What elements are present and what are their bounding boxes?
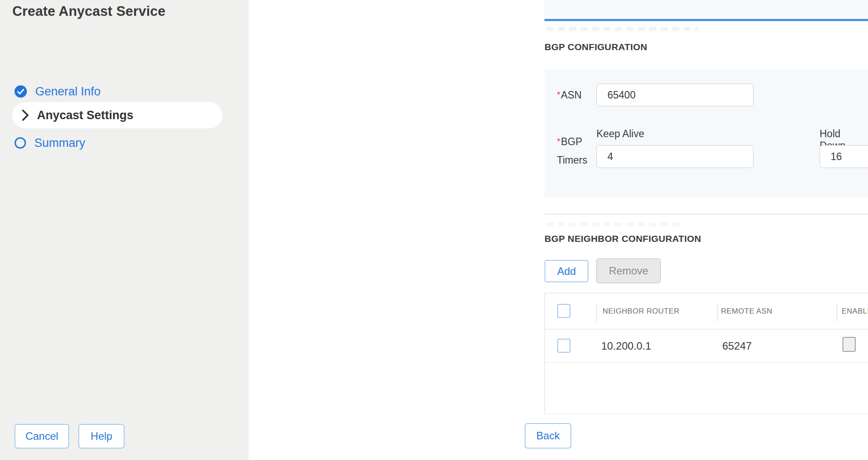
bgp-timers-label: *BGPTimers: [557, 132, 595, 169]
neighbor-router-cell: 10.200.0.1: [601, 329, 651, 363]
step-pending-circle-icon: [15, 137, 26, 149]
hold-down-input[interactable]: [820, 145, 868, 168]
page-title: Create Anycast Service: [12, 4, 166, 19]
anycast-settings-panel: BGP CONFIGURATION *ASN *BGPTimers Keep A…: [249, 0, 868, 460]
column-separator: [837, 304, 837, 321]
step-anycast-settings[interactable]: Anycast Settings: [12, 102, 222, 128]
row-select-checkbox[interactable]: [557, 339, 570, 353]
keep-alive-input[interactable]: [596, 145, 754, 168]
asn-input[interactable]: [596, 84, 754, 106]
column-separator: [717, 304, 717, 321]
column-header-enable-multihop: ENABLE MULTIHOP: [842, 293, 868, 329]
remove-neighbor-button[interactable]: Remove: [596, 259, 661, 283]
help-button[interactable]: Help: [78, 424, 125, 449]
step-complete-check-icon: [15, 85, 27, 98]
step-general-info[interactable]: General Info: [15, 83, 101, 100]
column-header-neighbor-router: NEIGHBOR ROUTER: [603, 293, 680, 329]
back-button[interactable]: Back: [525, 423, 571, 449]
step-label: Summary: [34, 136, 85, 150]
asn-label: *ASN: [557, 89, 581, 101]
chevron-right-icon: [20, 110, 31, 120]
ghost-text-artifact: [546, 223, 683, 226]
column-separator: [596, 304, 597, 321]
bgp-neighbor-table: NEIGHBOR ROUTER REMOTE ASN ENABLE MULTIH…: [544, 293, 868, 414]
add-neighbor-button[interactable]: Add: [544, 260, 588, 282]
scrolled-section-strip: [544, 0, 868, 19]
table-header-row: NEIGHBOR ROUTER REMOTE ASN ENABLE MULTIH…: [545, 293, 868, 329]
required-asterisk: *: [557, 136, 560, 146]
table-row: 10.200.0.1 65247: [545, 329, 868, 363]
remote-asn-cell: 65247: [722, 329, 752, 363]
section-top-blue-bar: [544, 19, 868, 21]
enable-multihop-checkbox[interactable]: [842, 337, 856, 352]
create-anycast-service-dialog: Create Anycast Service General Info Anyc…: [0, 0, 868, 460]
keep-alive-label: Keep Alive: [596, 128, 644, 140]
bgp-neighbor-configuration-heading: BGP NEIGHBOR CONFIGURATION: [544, 234, 701, 244]
wizard-sidebar: Create Anycast Service General Info Anyc…: [0, 0, 249, 460]
bgp-configuration-heading: BGP CONFIGURATION: [544, 42, 647, 52]
column-header-remote-asn: REMOTE ASN: [721, 293, 772, 329]
section-divider: [544, 214, 868, 215]
step-label: General Info: [35, 85, 101, 99]
required-asterisk: *: [557, 89, 560, 99]
select-all-checkbox[interactable]: [557, 304, 570, 318]
step-summary[interactable]: Summary: [15, 134, 85, 152]
ghost-text-artifact: [546, 27, 698, 31]
cancel-button[interactable]: Cancel: [15, 424, 69, 449]
step-label: Anycast Settings: [37, 109, 133, 122]
